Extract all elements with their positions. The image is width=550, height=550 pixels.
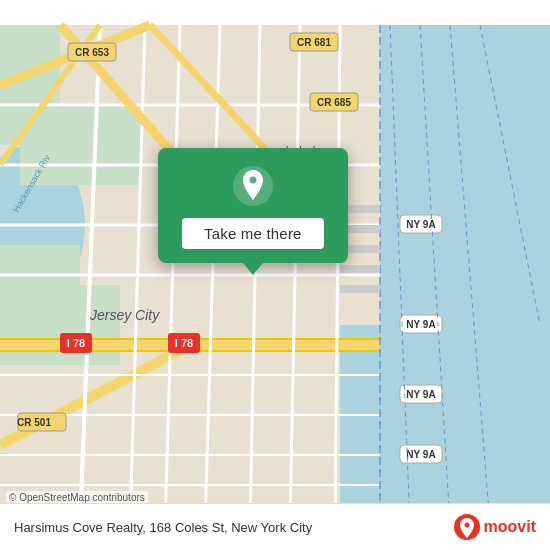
bottom-bar: Harsimus Cove Realty, 168 Coles St, New …	[0, 503, 550, 550]
svg-text:NY 9A: NY 9A	[406, 449, 435, 460]
popup-tail	[243, 263, 263, 275]
location-pin-icon	[231, 164, 275, 208]
svg-rect-63	[340, 285, 380, 293]
take-me-there-button[interactable]: Take me there	[182, 218, 324, 249]
svg-text:NY 9A: NY 9A	[406, 389, 435, 400]
map-container: CR 653 CR 681 CR 685 I 78 I 78 CR 501 NY…	[0, 0, 550, 550]
svg-text:CR 501: CR 501	[17, 417, 51, 428]
popup-container: Take me there	[158, 148, 348, 275]
svg-text:CR 653: CR 653	[75, 47, 109, 58]
svg-text:NY 9A: NY 9A	[406, 319, 435, 330]
svg-text:Jersey City: Jersey City	[89, 307, 160, 323]
svg-rect-3	[340, 325, 550, 525]
moovit-icon	[454, 514, 480, 540]
svg-text:I 78: I 78	[175, 337, 193, 349]
moovit-logo: moovit	[454, 514, 536, 540]
map-background: CR 653 CR 681 CR 685 I 78 I 78 CR 501 NY…	[0, 0, 550, 550]
svg-text:CR 685: CR 685	[317, 97, 351, 108]
svg-text:CR 681: CR 681	[297, 37, 331, 48]
svg-text:I 78: I 78	[67, 337, 85, 349]
svg-text:NY 9A: NY 9A	[406, 219, 435, 230]
popup-card: Take me there	[158, 148, 348, 263]
moovit-label: moovit	[484, 518, 536, 536]
address-text: Harsimus Cove Realty, 168 Coles St, New …	[14, 520, 454, 535]
